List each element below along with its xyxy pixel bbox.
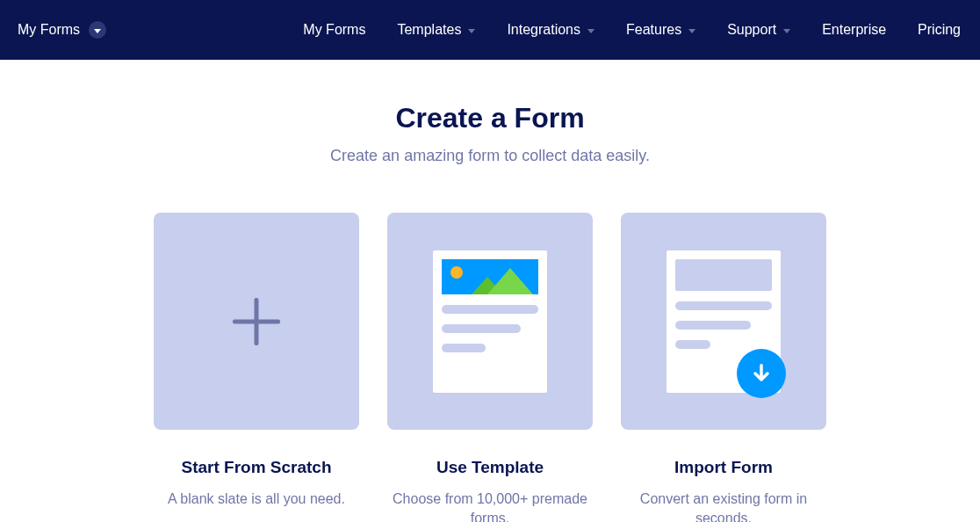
page-title: Create a Form (0, 102, 980, 134)
nav-item-label: Support (727, 22, 776, 38)
template-preview-icon (433, 250, 547, 393)
nav-item-label: Integrations (507, 22, 580, 38)
card-title: Import Form (621, 458, 826, 477)
nav-item-my-forms[interactable]: My Forms (303, 22, 365, 38)
plus-icon (233, 298, 280, 345)
chevron-down-icon (587, 29, 594, 33)
nav-item-label: My Forms (303, 22, 365, 38)
card-title: Start From Scratch (154, 458, 359, 477)
chevron-down-icon (89, 21, 106, 39)
nav-item-features[interactable]: Features (626, 22, 695, 38)
chevron-down-icon (783, 29, 790, 33)
nav-item-label: Pricing (918, 22, 961, 38)
nav-item-support[interactable]: Support (727, 22, 790, 38)
breadcrumb-label: My Forms (18, 22, 80, 38)
nav-item-templates[interactable]: Templates (397, 22, 475, 38)
chevron-down-icon (688, 29, 695, 33)
nav-item-pricing[interactable]: Pricing (918, 22, 961, 38)
card-use-template[interactable]: Use Template Choose from 10,000+ premade… (387, 213, 593, 522)
card-title: Use Template (387, 458, 593, 477)
import-preview-icon (667, 250, 781, 393)
nav-menu: My Forms Templates Integrations Features… (303, 22, 961, 38)
card-subtitle: Convert an existing form in seconds. (621, 489, 826, 522)
card-subtitle: A blank slate is all you need. (154, 489, 359, 509)
download-arrow-icon (737, 349, 786, 398)
chevron-down-icon (468, 29, 475, 33)
nav-item-integrations[interactable]: Integrations (507, 22, 594, 38)
page-subtitle: Create an amazing form to collect data e… (0, 147, 980, 165)
nav-item-label: Features (626, 22, 681, 38)
card-visual (387, 213, 593, 430)
nav-item-enterprise[interactable]: Enterprise (822, 22, 886, 38)
navbar: My Forms My Forms Templates Integrations… (0, 0, 980, 60)
card-import-form[interactable]: Import Form Convert an existing form in … (621, 213, 826, 522)
card-visual (621, 213, 826, 430)
card-subtitle: Choose from 10,000+ premade forms. (387, 489, 593, 522)
nav-item-label: Enterprise (822, 22, 886, 38)
hero: Create a Form Create an amazing form to … (0, 60, 980, 165)
card-visual (154, 213, 359, 430)
nav-breadcrumb[interactable]: My Forms (18, 21, 106, 39)
card-row: Start From Scratch A blank slate is all … (0, 213, 980, 522)
card-start-from-scratch[interactable]: Start From Scratch A blank slate is all … (154, 213, 359, 522)
nav-item-label: Templates (397, 22, 461, 38)
